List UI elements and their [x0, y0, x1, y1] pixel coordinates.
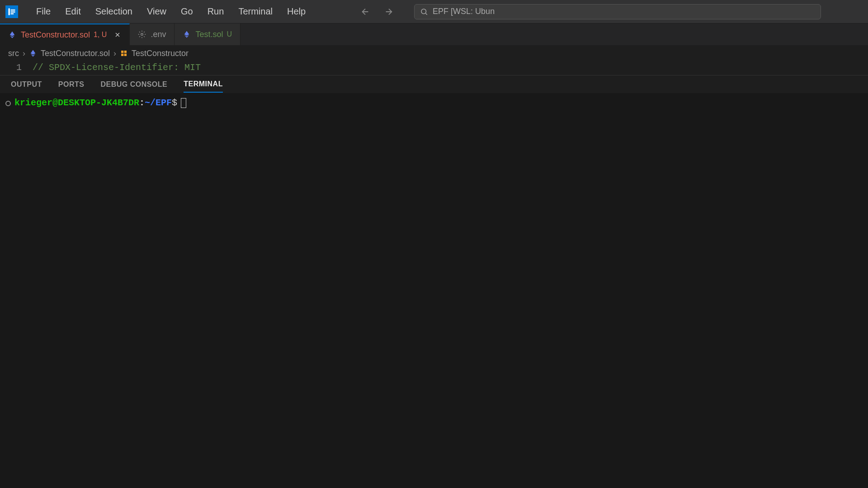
panel-tab-debug-console[interactable]: DEBUG CONSOLE: [100, 77, 167, 92]
ethereum-icon: [29, 49, 37, 57]
menu-edit[interactable]: Edit: [58, 4, 88, 19]
tab-testconstructor[interactable]: TestConstructor.sol 1, U: [0, 23, 130, 45]
tab-filename: Test.sol: [195, 30, 223, 39]
ethereum-icon: [183, 30, 191, 38]
circle-icon: [5, 101, 11, 106]
vscode-icon[interactable]: [5, 5, 18, 18]
menu-help[interactable]: Help: [280, 4, 313, 19]
line-number: 1: [0, 62, 33, 73]
prompt-host: @: [52, 98, 58, 108]
menu-go[interactable]: Go: [174, 4, 200, 19]
chevron-right-icon: ›: [113, 49, 116, 58]
terminal-prompt: krieger@DESKTOP-JK4B7DR:~/EPF$: [14, 98, 186, 108]
menu-run[interactable]: Run: [200, 4, 231, 19]
panel-tab-terminal[interactable]: TERMINAL: [184, 76, 223, 93]
gear-icon: [138, 30, 146, 38]
nav-back-button[interactable]: [358, 5, 373, 19]
breadcrumb-part[interactable]: TestConstructor: [132, 49, 189, 58]
menu-view[interactable]: View: [140, 4, 174, 19]
close-icon[interactable]: [114, 31, 121, 38]
ethereum-icon: [8, 31, 16, 39]
menu-file[interactable]: File: [29, 4, 58, 19]
search-input[interactable]: EPF [WSL: Ubun: [414, 4, 821, 19]
tab-test[interactable]: Test.sol U: [175, 23, 241, 45]
search-text: EPF [WSL: Ubun: [433, 7, 495, 16]
prompt-user: krieger: [14, 98, 52, 108]
code-editor[interactable]: 1 // SPDX-License-Identifier: MIT: [0, 61, 868, 75]
code-line[interactable]: // SPDX-License-Identifier: MIT: [33, 62, 201, 73]
breadcrumb-part[interactable]: src: [8, 49, 19, 58]
tab-filename: .env: [151, 30, 166, 39]
tab-env[interactable]: .env: [130, 23, 175, 45]
terminal-cursor: [181, 98, 186, 108]
breadcrumb-part[interactable]: TestConstructor.sol: [41, 49, 110, 58]
titlebar: File Edit Selection View Go Run Terminal…: [0, 0, 868, 23]
terminal[interactable]: krieger@DESKTOP-JK4B7DR:~/EPF$: [0, 93, 868, 488]
svg-point-0: [421, 9, 426, 14]
svg-point-1: [141, 33, 143, 36]
tab-status: 1, U: [94, 31, 107, 39]
breadcrumb[interactable]: src › TestConstructor.sol › TestConstruc…: [0, 45, 868, 61]
prompt-dollar: $: [172, 98, 177, 108]
panel-tab-output[interactable]: OUTPUT: [11, 77, 42, 92]
menu-selection[interactable]: Selection: [88, 4, 140, 19]
chevron-right-icon: ›: [23, 49, 25, 58]
editor-tabs: TestConstructor.sol 1, U .env Test.sol U: [0, 23, 868, 45]
nav-forward-button[interactable]: [382, 5, 396, 19]
panel-tabs: OUTPUT PORTS DEBUG CONSOLE TERMINAL: [0, 75, 868, 93]
tab-status: U: [226, 30, 232, 38]
prompt-path: ~/EPF: [145, 98, 172, 108]
menu-terminal[interactable]: Terminal: [231, 4, 280, 19]
search-icon: [420, 8, 428, 16]
tab-filename: TestConstructor.sol: [21, 30, 90, 40]
class-icon: [120, 49, 128, 57]
panel-tab-ports[interactable]: PORTS: [58, 77, 85, 92]
